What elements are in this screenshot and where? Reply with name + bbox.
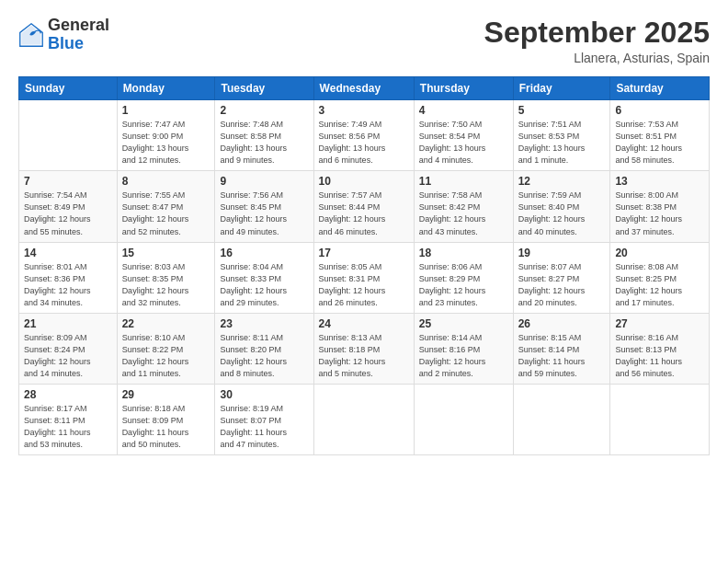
calendar-cell: 21Sunrise: 8:09 AM Sunset: 8:24 PM Dayli… — [19, 313, 118, 384]
logo-icon — [18, 22, 44, 48]
month-title: September 2025 — [484, 17, 710, 49]
calendar-cell — [414, 384, 513, 454]
calendar-cell: 17Sunrise: 8:05 AM Sunset: 8:31 PM Dayli… — [313, 242, 414, 313]
logo-blue: Blue — [48, 35, 109, 53]
day-number: 20 — [615, 247, 704, 259]
day-info: Sunrise: 7:47 AM Sunset: 9:00 PM Dayligh… — [122, 119, 210, 167]
day-info: Sunrise: 8:17 AM Sunset: 8:11 PM Dayligh… — [24, 403, 112, 451]
day-number: 1 — [122, 104, 210, 117]
weekday-saturday: Saturday — [610, 77, 710, 100]
calendar-cell: 29Sunrise: 8:18 AM Sunset: 8:09 PM Dayli… — [117, 384, 215, 454]
calendar-cell: 24Sunrise: 8:13 AM Sunset: 8:18 PM Dayli… — [313, 313, 414, 384]
day-info: Sunrise: 7:48 AM Sunset: 8:58 PM Dayligh… — [220, 119, 308, 167]
calendar-cell: 8Sunrise: 7:55 AM Sunset: 8:47 PM Daylig… — [117, 171, 215, 242]
calendar-cell: 28Sunrise: 8:17 AM Sunset: 8:11 PM Dayli… — [19, 384, 118, 454]
week-row-5: 28Sunrise: 8:17 AM Sunset: 8:11 PM Dayli… — [19, 384, 710, 454]
day-info: Sunrise: 7:55 AM Sunset: 8:47 PM Dayligh… — [122, 190, 210, 237]
day-info: Sunrise: 8:05 AM Sunset: 8:31 PM Dayligh… — [319, 261, 409, 309]
weekday-tuesday: Tuesday — [215, 77, 313, 100]
logo-general: General — [48, 17, 109, 35]
calendar-cell: 10Sunrise: 7:57 AM Sunset: 8:44 PM Dayli… — [313, 171, 414, 242]
day-info: Sunrise: 7:58 AM Sunset: 8:42 PM Dayligh… — [419, 190, 508, 237]
day-number: 25 — [419, 317, 508, 330]
day-number: 21 — [24, 317, 112, 330]
calendar-cell: 11Sunrise: 7:58 AM Sunset: 8:42 PM Dayli… — [414, 171, 513, 242]
location: Llanera, Asturias, Spain — [484, 51, 710, 65]
day-info: Sunrise: 7:59 AM Sunset: 8:40 PM Dayligh… — [518, 190, 606, 237]
day-info: Sunrise: 8:04 AM Sunset: 8:33 PM Dayligh… — [220, 261, 308, 309]
day-info: Sunrise: 7:56 AM Sunset: 8:45 PM Dayligh… — [220, 190, 308, 237]
day-number: 18 — [419, 247, 508, 259]
calendar-cell: 13Sunrise: 8:00 AM Sunset: 8:38 PM Dayli… — [610, 171, 710, 242]
weekday-thursday: Thursday — [414, 77, 513, 100]
day-number: 6 — [615, 104, 704, 117]
day-info: Sunrise: 8:11 AM Sunset: 8:20 PM Dayligh… — [220, 332, 308, 380]
calendar-cell: 12Sunrise: 7:59 AM Sunset: 8:40 PM Dayli… — [513, 171, 610, 242]
day-info: Sunrise: 7:49 AM Sunset: 8:56 PM Dayligh… — [319, 119, 409, 167]
calendar-cell: 27Sunrise: 8:16 AM Sunset: 8:13 PM Dayli… — [610, 313, 710, 384]
day-number: 16 — [220, 247, 308, 259]
day-info: Sunrise: 7:51 AM Sunset: 8:53 PM Dayligh… — [518, 119, 606, 167]
day-number: 17 — [319, 247, 409, 259]
calendar-cell — [610, 384, 710, 454]
day-info: Sunrise: 8:16 AM Sunset: 8:13 PM Dayligh… — [615, 332, 704, 380]
calendar-cell: 26Sunrise: 8:15 AM Sunset: 8:14 PM Dayli… — [513, 313, 610, 384]
day-number: 24 — [319, 317, 409, 330]
day-number: 27 — [615, 317, 704, 330]
day-number: 9 — [220, 175, 308, 188]
week-row-1: 1Sunrise: 7:47 AM Sunset: 9:00 PM Daylig… — [19, 100, 710, 171]
day-number: 22 — [122, 317, 210, 330]
day-number: 30 — [220, 388, 308, 401]
day-info: Sunrise: 8:18 AM Sunset: 8:09 PM Dayligh… — [122, 403, 210, 451]
day-number: 10 — [319, 175, 409, 188]
day-number: 13 — [615, 175, 704, 188]
weekday-wednesday: Wednesday — [313, 77, 414, 100]
calendar-cell: 18Sunrise: 8:06 AM Sunset: 8:29 PM Dayli… — [414, 242, 513, 313]
day-number: 19 — [518, 247, 606, 259]
day-number: 7 — [24, 175, 112, 188]
calendar: SundayMondayTuesdayWednesdayThursdayFrid… — [18, 76, 710, 455]
day-info: Sunrise: 7:53 AM Sunset: 8:51 PM Dayligh… — [615, 119, 704, 167]
calendar-cell: 23Sunrise: 8:11 AM Sunset: 8:20 PM Dayli… — [215, 313, 313, 384]
calendar-cell: 3Sunrise: 7:49 AM Sunset: 8:56 PM Daylig… — [313, 100, 414, 171]
calendar-cell: 5Sunrise: 7:51 AM Sunset: 8:53 PM Daylig… — [513, 100, 610, 171]
day-info: Sunrise: 8:13 AM Sunset: 8:18 PM Dayligh… — [319, 332, 409, 380]
day-info: Sunrise: 7:54 AM Sunset: 8:49 PM Dayligh… — [24, 190, 112, 237]
weekday-sunday: Sunday — [19, 77, 118, 100]
logo: General Blue — [18, 17, 109, 53]
calendar-cell: 14Sunrise: 8:01 AM Sunset: 8:36 PM Dayli… — [19, 242, 118, 313]
day-number: 3 — [319, 104, 409, 117]
day-number: 23 — [220, 317, 308, 330]
calendar-cell — [19, 100, 118, 171]
calendar-cell: 19Sunrise: 8:07 AM Sunset: 8:27 PM Dayli… — [513, 242, 610, 313]
day-info: Sunrise: 8:00 AM Sunset: 8:38 PM Dayligh… — [615, 190, 704, 237]
calendar-cell: 20Sunrise: 8:08 AM Sunset: 8:25 PM Dayli… — [610, 242, 710, 313]
day-number: 11 — [419, 175, 508, 188]
day-number: 28 — [24, 388, 112, 401]
weekday-friday: Friday — [513, 77, 610, 100]
calendar-cell: 22Sunrise: 8:10 AM Sunset: 8:22 PM Dayli… — [117, 313, 215, 384]
day-info: Sunrise: 8:19 AM Sunset: 8:07 PM Dayligh… — [220, 403, 308, 451]
day-number: 4 — [419, 104, 508, 117]
week-row-4: 21Sunrise: 8:09 AM Sunset: 8:24 PM Dayli… — [19, 313, 710, 384]
day-number: 26 — [518, 317, 606, 330]
day-info: Sunrise: 7:57 AM Sunset: 8:44 PM Dayligh… — [319, 190, 409, 237]
day-info: Sunrise: 8:08 AM Sunset: 8:25 PM Dayligh… — [615, 261, 704, 309]
day-info: Sunrise: 8:14 AM Sunset: 8:16 PM Dayligh… — [419, 332, 508, 380]
week-row-2: 7Sunrise: 7:54 AM Sunset: 8:49 PM Daylig… — [19, 171, 710, 242]
day-number: 12 — [518, 175, 606, 188]
calendar-cell: 6Sunrise: 7:53 AM Sunset: 8:51 PM Daylig… — [610, 100, 710, 171]
day-number: 2 — [220, 104, 308, 117]
day-number: 14 — [24, 247, 112, 259]
calendar-cell — [513, 384, 610, 454]
day-number: 8 — [122, 175, 210, 188]
week-row-3: 14Sunrise: 8:01 AM Sunset: 8:36 PM Dayli… — [19, 242, 710, 313]
day-info: Sunrise: 7:50 AM Sunset: 8:54 PM Dayligh… — [419, 119, 508, 167]
day-number: 5 — [518, 104, 606, 117]
day-info: Sunrise: 8:10 AM Sunset: 8:22 PM Dayligh… — [122, 332, 210, 380]
day-info: Sunrise: 8:03 AM Sunset: 8:35 PM Dayligh… — [122, 261, 210, 309]
calendar-cell: 30Sunrise: 8:19 AM Sunset: 8:07 PM Dayli… — [215, 384, 313, 454]
day-number: 15 — [122, 247, 210, 259]
calendar-cell — [313, 384, 414, 454]
calendar-cell: 25Sunrise: 8:14 AM Sunset: 8:16 PM Dayli… — [414, 313, 513, 384]
